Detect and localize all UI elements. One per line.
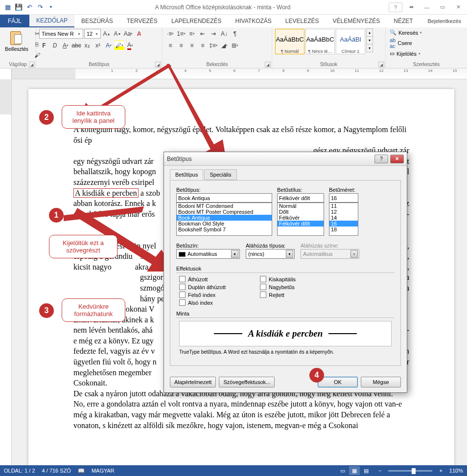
list-item[interactable]: Dőlt [278,209,324,215]
style-nospacing[interactable]: AaÁáBbC ¶ Nincs té… [305,29,335,54]
tab-references[interactable]: HIVATKOZÁS [229,15,279,27]
fontcolor-combo[interactable]: Automatikus▼ [176,249,240,259]
font-style-list[interactable]: Normál Dőlt Félkövér Félkövér dőlt [277,203,324,236]
tab-review[interactable]: VÉLEMÉNYEZÉS [326,15,387,27]
dialog-help-button[interactable]: ? [374,155,388,163]
font-color-button[interactable]: A▾ [125,41,135,50]
grow-font-icon[interactable]: A▲ [102,29,112,39]
chk-allcaps[interactable]: Nagybetűs [260,284,296,290]
tab-home[interactable]: KEZDŐLAP [29,15,74,27]
list-item[interactable]: Bodoni MT Poster Compressed [177,209,272,215]
subscript-button[interactable]: x₂ [82,41,92,50]
clipboard-launcher[interactable]: ◢ [29,62,35,68]
gallery-more-icon[interactable]: ▾ [366,44,373,52]
dialog-tab-advanced[interactable]: Speciális [204,169,236,180]
read-mode-icon[interactable]: ▭ [337,466,348,475]
tab-view[interactable]: NÉZET [387,15,420,27]
show-marks-icon[interactable]: ¶ [230,29,240,39]
font-style-input[interactable] [277,193,324,203]
maximize-button[interactable]: ▭ [436,2,449,12]
zoom-slider[interactable] [388,470,432,472]
superscript-button[interactable]: x² [93,41,103,50]
zoom-level[interactable]: 110% [449,468,463,474]
word-app-icon[interactable]: ▦ [3,2,13,12]
tab-design[interactable]: TERVEZÉS [120,15,164,27]
list-item[interactable]: Bookshelf Symbol 7 [177,227,272,232]
shrink-font-icon[interactable]: A▼ [113,29,122,39]
font-name-select[interactable]: Times New R▼ [39,29,83,39]
login-link[interactable]: Bejelentkezés [422,15,467,27]
underline-button[interactable]: A▾ [61,41,70,50]
cancel-button[interactable]: Mégse [361,377,401,387]
clear-formatting-icon[interactable]: A̷ [134,29,144,39]
list-item[interactable]: Bookman Old Style [177,221,272,227]
shading-icon[interactable]: ◢▾ [219,41,229,50]
align-left-icon[interactable]: ≡ [165,41,175,50]
style-normal[interactable]: AaÁáBbC ¶ Normál [275,29,304,54]
paragraph-launcher[interactable]: ◢ [265,62,271,68]
selected-text[interactable]: A kisdiák e percben [73,188,139,198]
tab-mailings[interactable]: LEVELEZÉS [279,15,326,27]
list-item[interactable]: Bodoni MT Condensed [177,203,272,209]
help-button[interactable]: ? [389,2,402,12]
close-button[interactable]: ✕ [451,2,465,12]
line-spacing-icon[interactable]: ‡≡▾ [209,41,218,50]
underline-combo[interactable]: (nincs)▼ [246,249,295,259]
font-name-input[interactable] [176,193,272,203]
font-launcher[interactable]: ◢ [155,62,161,68]
bullets-icon[interactable]: ∙≡▾ [165,29,175,39]
dialog-close-button[interactable]: ✕ [390,155,404,163]
text-effects-button[interactable]: A▾ [104,41,114,50]
page-indicator[interactable]: OLDAL: 1 / 2 [4,468,35,474]
italic-button[interactable]: D [50,41,60,50]
dialog-titlebar[interactable]: Betűtípus ? ✕ [164,152,407,166]
chk-smallcaps[interactable]: Kiskapitális [260,276,296,282]
chk-hidden[interactable]: Rejtett [260,292,296,298]
list-item[interactable]: 18 [329,227,358,232]
proofing-icon[interactable]: 📖 [78,468,85,474]
web-layout-icon[interactable]: ▤ [361,466,372,475]
word-count[interactable]: 4 / 716 SZÓ [42,468,71,474]
find-button[interactable]: 🔍Keresés ▾ [389,29,423,36]
align-center-icon[interactable]: ≡ [176,41,186,50]
align-right-icon[interactable]: ≡ [187,41,197,50]
redo-icon[interactable]: ↷ [35,2,45,12]
chk-strikethrough[interactable]: Áthúzott [179,276,226,282]
style-heading1[interactable]: AaÁáBl Címsor 1 [336,29,365,54]
list-item[interactable]: 14 [329,215,358,221]
undo-icon[interactable]: ↶ [24,2,34,12]
font-size-select[interactable]: 12▼ [84,29,101,39]
chk-double-strikethrough[interactable]: Duplán áthúzott [179,284,226,290]
minimize-button[interactable]: — [420,2,434,12]
justify-icon[interactable]: ≡ [198,41,208,50]
ok-button[interactable]: OK [318,377,358,387]
list-item[interactable]: Book Antiqua [177,215,272,221]
ruler-vertical[interactable] [0,79,12,465]
zoom-in-button[interactable]: + [439,468,442,474]
tab-insert[interactable]: BESZÚRÁS [74,15,120,27]
zoom-out-button[interactable]: − [378,468,381,474]
change-case-icon[interactable]: Aa▾ [123,29,133,39]
print-layout-icon[interactable]: ▦ [349,466,360,475]
gallery-up-icon[interactable]: ▴ [366,28,373,37]
replace-button[interactable]: abacCsere [389,37,423,49]
list-item[interactable]: Félkövér [278,215,324,221]
decrease-indent-icon[interactable]: ⇤ [198,29,208,39]
borders-icon[interactable]: ⊞▾ [230,41,240,50]
gallery-down-icon[interactable]: ▾ [366,36,373,45]
chk-superscript[interactable]: Felső index [179,292,226,298]
dialog-tab-font[interactable]: Betűtípus [170,169,203,180]
text-effects-button[interactable]: Szövegeffektusok... [219,377,275,387]
default-button[interactable]: Alapértelmezett [170,377,216,387]
list-item[interactable]: 11 [329,203,358,209]
language-indicator[interactable]: MAGYAR [92,468,115,474]
increase-indent-icon[interactable]: ⇥ [209,29,218,39]
strikethrough-button[interactable]: abc [71,41,81,50]
font-size-input[interactable] [329,193,358,203]
font-name-list[interactable]: Bodoni MT Condensed Bodoni MT Poster Com… [176,203,272,236]
list-item[interactable]: 16 [329,221,358,227]
font-size-list[interactable]: 11 12 14 16 18 [329,203,358,236]
select-button[interactable]: ▭Kijelölés ▾ [389,50,423,57]
ribbon-collapse-button[interactable]: ⬌ [404,2,418,12]
list-item[interactable]: 12 [329,209,358,215]
